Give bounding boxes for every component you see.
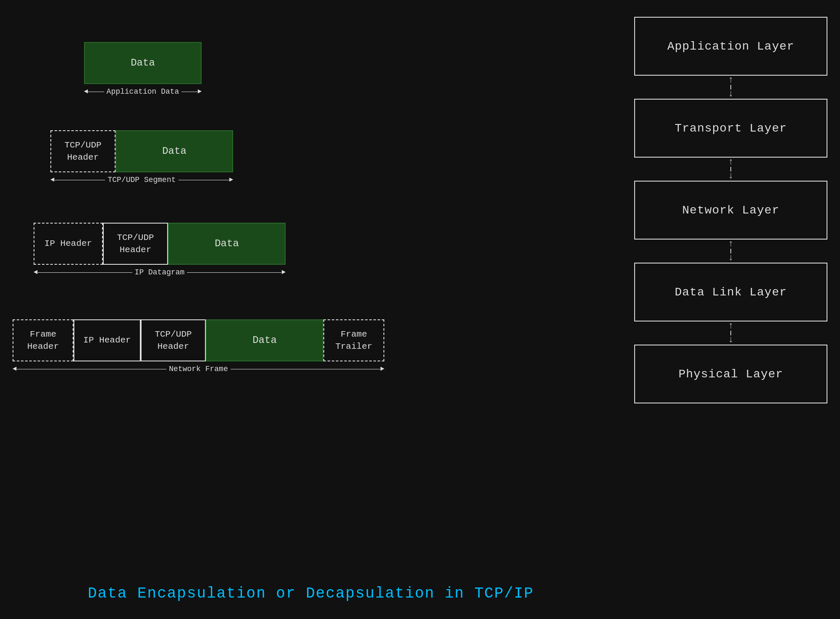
tcp-udp-header-2: TCP/UDP Header: [103, 223, 168, 265]
layer-application: Application Layer: [634, 17, 827, 76]
arrow-3: ↑ ↓: [728, 240, 733, 263]
data-box-4: Data: [206, 319, 323, 361]
tcp-udp-header-3: TCP/UDP Header: [141, 319, 206, 361]
data-box-1: Data: [84, 42, 202, 84]
layer-datalink: Data Link Layer: [634, 263, 827, 321]
main-container: Data ◄ Application Data ► TCP/UDP Header…: [0, 0, 840, 619]
arrow-2: ↑ ↓: [728, 158, 733, 181]
packet-network: IP Header TCP/UDP Header Data: [34, 223, 286, 265]
layers-area: Application Layer ↑ ↓ Transport Layer ↑ …: [622, 0, 840, 619]
row-transport: TCP/UDP Header Data ◄ TCP/UDP Segment ►: [50, 130, 233, 184]
layer-transport: Transport Layer: [634, 99, 827, 158]
diagram-area: Data ◄ Application Data ► TCP/UDP Header…: [0, 0, 622, 619]
tcp-udp-header-1: TCP/UDP Header: [50, 130, 116, 172]
row-network: IP Header TCP/UDP Header Data ◄ IP Datag…: [34, 223, 286, 277]
label-network: ◄ IP Datagram ►: [34, 268, 286, 277]
label-datalink: ◄ Network Frame ►: [13, 365, 384, 373]
layer-network: Network Layer: [634, 181, 827, 240]
label-transport: ◄ TCP/UDP Segment ►: [50, 176, 233, 184]
ip-header-2: IP Header: [74, 319, 141, 361]
frame-trailer: Frame Trailer: [323, 319, 384, 361]
packet-application: Data: [84, 42, 202, 84]
packet-datalink: Frame Header IP Header TCP/UDP Header Da…: [13, 319, 384, 361]
row-application: Data ◄ Application Data ►: [84, 42, 202, 96]
frame-header: Frame Header: [13, 319, 74, 361]
layer-physical: Physical Layer: [634, 345, 827, 403]
packet-transport: TCP/UDP Header Data: [50, 130, 233, 172]
row-datalink: Frame Header IP Header TCP/UDP Header Da…: [13, 319, 384, 373]
page-title: Data Encapsulation or Decapsulation in T…: [0, 585, 622, 602]
arrow-1: ↑ ↓: [728, 76, 733, 99]
arrow-4: ↑ ↓: [728, 321, 733, 345]
data-box-3: Data: [168, 223, 286, 265]
ip-header-1: IP Header: [34, 223, 103, 265]
label-application: ◄ Application Data ►: [84, 87, 202, 96]
data-box-2: Data: [116, 130, 233, 172]
